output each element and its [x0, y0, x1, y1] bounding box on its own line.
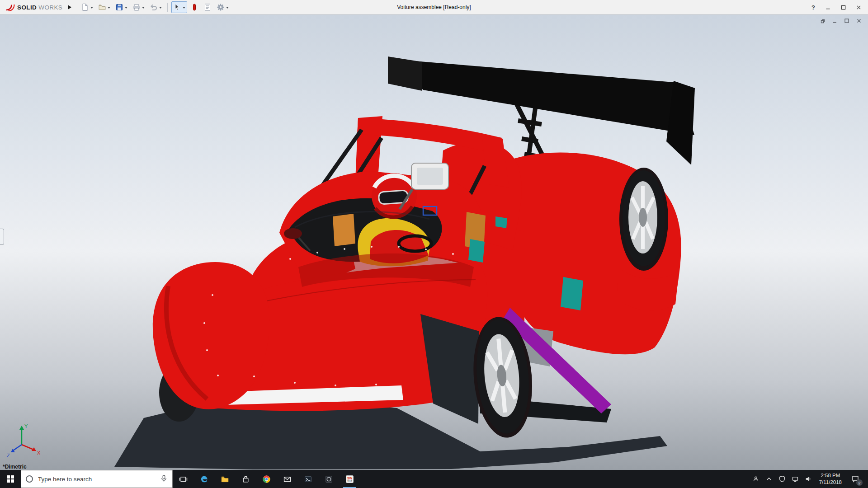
- rebuild-button[interactable]: [189, 1, 200, 13]
- rebuild-icon: [190, 3, 198, 11]
- tray-people-button[interactable]: [750, 470, 763, 488]
- file-properties-button[interactable]: [202, 1, 213, 13]
- select-tool-button[interactable]: [171, 1, 187, 13]
- undo-icon: [150, 3, 158, 11]
- taskbar-app-circle[interactable]: [318, 470, 339, 488]
- maximize-icon: [841, 5, 846, 10]
- taskbar-clock[interactable]: 2:58 PM 7/11/2018: [815, 470, 846, 488]
- triad-z-label: Z: [7, 453, 10, 458]
- doc-maximize-button[interactable]: [842, 17, 851, 24]
- start-button[interactable]: [0, 470, 21, 488]
- taskbar-app-edge[interactable]: [193, 470, 214, 488]
- clock-time: 2:58 PM: [821, 472, 840, 479]
- chrome-icon: [262, 475, 271, 483]
- tray-security-button[interactable]: [776, 470, 789, 488]
- new-document-icon: [81, 3, 89, 11]
- toolbar-separator: [167, 3, 168, 12]
- brand-works: WORKS: [38, 4, 62, 11]
- file-properties-icon: [203, 3, 212, 11]
- graphics-area[interactable]: Y X Z *Dimetric: [0, 15, 868, 470]
- taskbar-app-mail[interactable]: [277, 470, 297, 488]
- doc-restore-button[interactable]: [818, 17, 827, 24]
- maximize-button[interactable]: [836, 2, 850, 13]
- doc-minimize-button[interactable]: [830, 17, 839, 24]
- triad-x-label: X: [37, 450, 41, 455]
- taskbar-app-terminal[interactable]: [297, 470, 318, 488]
- task-view-icon: [179, 475, 188, 483]
- new-dropdown-arrow[interactable]: [90, 7, 93, 10]
- windows-logo-icon: [7, 475, 14, 483]
- quick-toolbar: [79, 1, 231, 13]
- tray-network-button[interactable]: [789, 470, 802, 488]
- tray-volume-button[interactable]: [802, 470, 815, 488]
- orientation-triad: Y X Z: [6, 421, 44, 459]
- doc-close-button[interactable]: [854, 17, 863, 24]
- notification-badge: 2: [856, 479, 863, 486]
- hidden-icons-button[interactable]: [763, 470, 776, 488]
- microphone-icon[interactable]: [160, 474, 168, 484]
- taskbar-search[interactable]: [21, 470, 173, 488]
- new-document-button[interactable]: [79, 1, 95, 13]
- window-restore-icon: [820, 18, 825, 23]
- feature-tree-collapse-tab[interactable]: [0, 229, 4, 245]
- cortana-icon: [26, 475, 33, 483]
- shield-icon: [778, 475, 786, 483]
- undo-dropdown-arrow[interactable]: [159, 7, 162, 10]
- menu-flyout-arrow[interactable]: [68, 5, 74, 9]
- solidworks-window: SOLIDWORKS: [0, 0, 868, 488]
- open-button[interactable]: [96, 1, 112, 13]
- select-cursor-icon: [173, 3, 181, 11]
- save-button[interactable]: [113, 1, 129, 13]
- mail-envelope-icon: [283, 475, 292, 483]
- terminal-icon: [304, 475, 312, 483]
- undo-button[interactable]: [148, 1, 164, 13]
- rear-right-wheel[interactable]: [619, 168, 668, 271]
- sw-year-text: 2017: [347, 480, 352, 482]
- minimize-button[interactable]: [821, 2, 835, 13]
- gear-icon: [217, 3, 225, 11]
- circle-app-icon: [325, 475, 333, 483]
- options-button[interactable]: [215, 1, 231, 13]
- window-minimize-icon: [832, 18, 837, 23]
- triad-y-label: Y: [24, 423, 28, 429]
- brand-solid: SOLID: [17, 4, 37, 11]
- options-dropdown-arrow[interactable]: [226, 7, 229, 10]
- car-model-render[interactable]: [0, 15, 868, 470]
- window-maximize-icon: [844, 18, 849, 23]
- taskbar-app-solidworks[interactable]: SW 2017: [339, 470, 360, 488]
- action-center-button[interactable]: 2: [846, 470, 865, 488]
- clock-date: 7/11/2018: [819, 479, 842, 486]
- save-icon: [115, 3, 123, 11]
- save-dropdown-arrow[interactable]: [125, 7, 127, 10]
- close-button[interactable]: [852, 2, 865, 13]
- network-icon: [792, 475, 799, 483]
- sw-logo-text: SW: [347, 477, 352, 480]
- taskbar-app-store[interactable]: [235, 470, 256, 488]
- rear-wing[interactable]: [388, 56, 695, 168]
- show-desktop-button[interactable]: [865, 470, 868, 488]
- minimize-icon: [826, 5, 830, 10]
- system-tray: 2:58 PM 7/11/2018 2: [750, 470, 868, 488]
- file-explorer-icon: [221, 475, 229, 483]
- view-orientation-label: *Dimetric: [3, 464, 27, 470]
- titlebar: SOLIDWORKS: [0, 0, 868, 15]
- print-icon: [132, 3, 141, 11]
- windows-taskbar: SW 2017 2:58 PM 7/11/2018: [0, 470, 868, 488]
- solidworks-2017-icon: SW 2017: [345, 475, 354, 483]
- search-input[interactable]: [37, 475, 156, 483]
- document-window-controls: [818, 17, 863, 24]
- window-close-icon: [856, 18, 862, 23]
- open-folder-icon: [98, 3, 106, 11]
- print-button[interactable]: [131, 1, 146, 13]
- solidworks-logo: SOLIDWORKS: [3, 3, 64, 11]
- select-dropdown-arrow[interactable]: [183, 7, 185, 10]
- store-bag-icon: [241, 475, 250, 483]
- task-view-button[interactable]: [173, 470, 193, 488]
- taskbar-app-chrome[interactable]: [256, 470, 277, 488]
- window-controls: ?: [807, 2, 865, 13]
- document-title: Voiture assemblee [Read-only]: [397, 4, 471, 10]
- help-button[interactable]: ?: [807, 4, 819, 11]
- print-dropdown-arrow[interactable]: [142, 7, 145, 10]
- open-dropdown-arrow[interactable]: [108, 7, 110, 10]
- taskbar-app-file-explorer[interactable]: [214, 470, 235, 488]
